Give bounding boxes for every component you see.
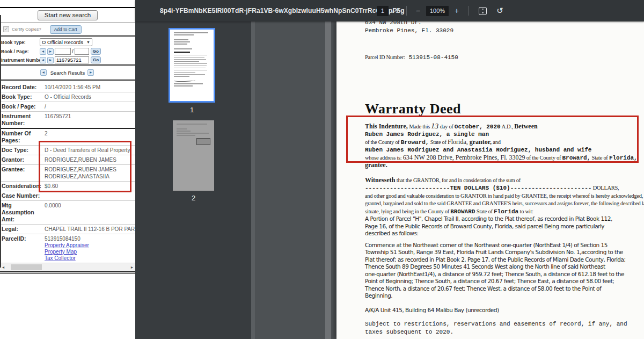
external-link[interactable]: Tax Collector (45, 255, 89, 262)
doc-text: situate, lying and being in the County o… (365, 208, 450, 214)
doc-text: Commence at the Northeast corner of the … (365, 242, 608, 248)
doc-text: described as follows: (365, 230, 418, 236)
doc-line: and other good and valuable consideratio… (365, 192, 644, 200)
book-input[interactable] (55, 48, 71, 55)
toolbar-divider (468, 6, 469, 16)
doc-text: Witnesseth (365, 176, 395, 184)
detail-label: Consideration: (2, 183, 45, 190)
book-page-go-button[interactable]: Go (91, 48, 101, 55)
scrollbar-track[interactable] (6, 264, 129, 271)
add-to-cart-button[interactable]: Add to Cart (50, 25, 82, 34)
external-link[interactable]: Property Appraiser (45, 242, 89, 249)
external-link[interactable]: Property Map (45, 249, 89, 255)
search-results-next-button[interactable]: ► (87, 69, 94, 76)
detail-value: CHAPEL TRAIL II 112-16 B POR PAR H DESC (45, 226, 135, 233)
toolbar-divider (406, 6, 407, 16)
doc-line: granted, bargained and sold to the said … (365, 199, 644, 207)
doc-text: Page 16, of the Public Records of Browar… (365, 223, 604, 229)
doc-line: Plat thereof; as recorded in Plat Book 2… (365, 256, 644, 263)
book-page-prev-button[interactable]: ◄ (40, 48, 46, 55)
doc-text: grantor, (468, 138, 492, 146)
detail-value-text: $0.60 (45, 183, 58, 190)
doc-line: Commence at the Northeast corner of the … (365, 241, 644, 249)
divider (0, 271, 135, 274)
doc-text: Between (514, 122, 537, 130)
detail-value-link[interactable]: RODRIGUEZ,ANASTASIIA (45, 173, 116, 180)
detail-value-link[interactable]: D - Deed Transfers of Real Property (45, 147, 130, 154)
certify-copies-checkbox[interactable]: ✓ (3, 26, 9, 32)
book-page-next-button[interactable]: ► (47, 48, 54, 55)
doc-text: one-quarter (NorthEast1/4), a distance o… (365, 271, 624, 277)
detail-row: Doc Type:D - Deed Transfers of Real Prop… (0, 146, 135, 155)
detail-value-link[interactable]: RODRIGUEZ,RUBEN JAMES (45, 166, 116, 173)
detail-row: Legal:CHAPEL TRAIL II 112-16 B POR PAR H… (0, 225, 135, 234)
search-results-label[interactable]: Search Results (50, 70, 85, 76)
menu-icon[interactable] (144, 7, 152, 15)
page-count-label: / 2 (392, 8, 399, 14)
thumbnail-page-2[interactable] (173, 120, 214, 191)
search-results-prev-button[interactable]: ◄ (40, 69, 47, 76)
detail-value-text: O - Official Records (45, 93, 91, 100)
doc-line: Witnesseth that the GRANTOR, for and in … (365, 176, 644, 184)
doc-line: Warranty Deed (365, 102, 644, 116)
book-type-select[interactable]: O Official Records ▼ (40, 38, 92, 46)
scroll-right-icon[interactable]: ► (129, 265, 135, 269)
doc-line: described as follows: (365, 229, 644, 237)
detail-row: Record Date:10/14/2020 1:56:45 PM (0, 81, 135, 92)
start-new-search-button[interactable]: Start new search (38, 10, 98, 20)
current-page-input[interactable]: 1 (377, 6, 389, 16)
detail-value-link[interactable]: RODRIGUEZ,RUBEN JAMES (45, 156, 116, 163)
doc-text: A Portion of Parcel "H", Chapel Trail II… (365, 215, 612, 222)
detail-value: / (45, 103, 46, 110)
doc-text: 634 NW 208th Dr. (365, 21, 422, 26)
document-viewport[interactable]: 634 NW 208th Dr.Pembroke Pines, Fl. 3302… (255, 21, 644, 339)
doc-text: Ruben James Rodriguez and Anastasiia Rod… (365, 147, 591, 153)
detail-label: Legal: (2, 226, 45, 233)
detail-label: Grantee: (2, 166, 45, 180)
horizontal-scrollbar[interactable]: ◄ ► (0, 263, 135, 271)
doc-line: This Indenture, Made this 13 day of Octo… (365, 122, 644, 131)
zoom-level-value[interactable]: 100% (426, 6, 449, 16)
detail-label: Grantor: (2, 156, 45, 163)
detail-label: Mtg Assumption Amt: (2, 202, 45, 223)
detail-label: Book Type: (2, 93, 45, 100)
rotate-ccw-icon[interactable]: ↺ (496, 6, 503, 16)
instrument-go-button[interactable]: Go (91, 56, 101, 63)
instrument-prev-button[interactable]: ◄ (40, 57, 46, 63)
thumbnail-scrollbar[interactable] (251, 21, 255, 339)
viewport-scroll-strip[interactable] (325, 21, 331, 339)
doc-text: of the County of (525, 155, 562, 161)
fit-page-icon[interactable] (479, 7, 487, 15)
page-input[interactable] (75, 48, 89, 55)
doc-text: Parcel ID Number: (365, 54, 405, 60)
doc-text: and (492, 139, 501, 145)
doc-line: grantee. (365, 161, 644, 169)
doc-text: This Indenture, (365, 122, 408, 130)
records-search-panel: Start new search ✓ Certify Copies? Add t… (0, 0, 135, 339)
pdf-toolbar: 8p4i-YFBmNbKE5lRI00TdR-jFRa1VB-6wXgbIzwl… (135, 0, 644, 21)
doc-line: of the County of Broward, State of Flori… (365, 138, 644, 146)
doc-text: Plat thereof; as recorded in Plat Book 2… (365, 256, 626, 263)
detail-row: Grantor:RODRIGUEZ,RUBEN JAMES (0, 155, 135, 165)
instrument-next-button[interactable]: ► (47, 57, 54, 63)
detail-row: ParcelID:513915084150Property AppraiserP… (0, 234, 135, 263)
zoom-in-icon[interactable]: + (452, 6, 461, 15)
instrument-number-input[interactable] (55, 56, 89, 63)
doc-text: Thence South 89 Degrees 50 Minutes 41 Se… (365, 263, 605, 270)
doc-line: A Portion of Parcel "H", Chapel Trail II… (365, 215, 644, 222)
doc-line: Ruben James Rodriguez, a single man (365, 130, 644, 138)
doc-line: taxes subsequent to 2020. (365, 328, 644, 336)
doc-line: Pembroke Pines, Fl. 33029 (365, 26, 644, 34)
doc-text: Subject to restrictions, reservations an… (365, 321, 627, 327)
detail-value-text: CHAPEL TRAIL II 112-16 B POR PAR H DESC (45, 226, 135, 233)
zoom-out-icon[interactable]: − (414, 6, 422, 15)
detail-row: Number Of Pages:2 (0, 129, 135, 146)
doc-line: A/K/A Unit 415, Building 64 Malibu Bay (… (365, 306, 644, 314)
chevron-down-icon: ▼ (86, 40, 90, 44)
doc-text: State of (429, 139, 448, 145)
doc-text: Thence North, a distance of 20.67 feet; … (365, 285, 601, 292)
doc-line: whose address is: 634 NW 208 Drive, Pemb… (365, 154, 644, 162)
thumbnail-page-1[interactable] (169, 28, 215, 103)
doc-text: A.D., (501, 124, 515, 129)
scrollbar-thumb[interactable] (11, 264, 42, 270)
